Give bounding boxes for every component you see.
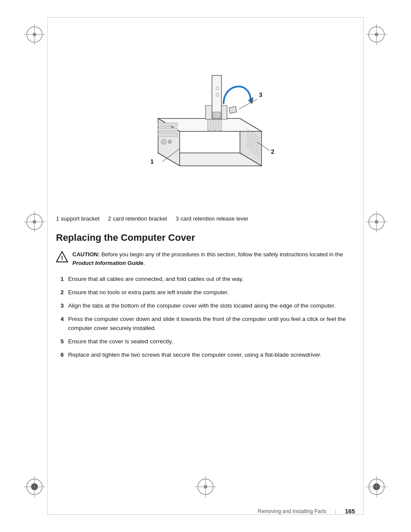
diagram-area: 1 2 3 bbox=[56, 69, 355, 207]
step-2: 2 Ensure that no tools or extra parts ar… bbox=[56, 288, 355, 297]
caution-main: Before you begin any of the procedures i… bbox=[100, 251, 343, 258]
reg-mark-top-right bbox=[366, 24, 387, 45]
caution-icon: ! bbox=[56, 251, 68, 264]
step-4-text: Press the computer cover down and slide … bbox=[68, 315, 355, 333]
reg-mark-bottom-left bbox=[24, 476, 45, 498]
step-6-num: 6 bbox=[56, 351, 64, 360]
steps-list: 1 Ensure that all cables are connected, … bbox=[56, 275, 355, 359]
step-1-text: Ensure that all cables are connected, an… bbox=[68, 275, 355, 284]
step-2-text: Ensure that no tools or extra parts are … bbox=[68, 288, 355, 297]
step-6: 6 Replace and tighten the two screws tha… bbox=[56, 351, 355, 360]
svg-point-38 bbox=[161, 139, 166, 144]
step-3: 3 Align the tabs at the bottom of the co… bbox=[56, 302, 355, 311]
step-3-num: 3 bbox=[56, 302, 64, 311]
svg-text:3: 3 bbox=[259, 91, 262, 98]
svg-rect-40 bbox=[208, 119, 211, 131]
reg-mark-mid-left bbox=[24, 211, 45, 233]
label-2-num: 2 bbox=[108, 215, 111, 222]
label-1-num: 1 bbox=[56, 215, 59, 222]
svg-rect-36 bbox=[158, 128, 177, 131]
section-heading: Replacing the Computer Cover bbox=[56, 232, 355, 243]
svg-line-48 bbox=[239, 99, 257, 109]
computer-diagram: 1 2 3 bbox=[124, 69, 287, 207]
svg-rect-41 bbox=[213, 119, 216, 131]
svg-text:!: ! bbox=[61, 255, 63, 261]
caution-text: CAUTION: Before you begin any of the pro… bbox=[72, 250, 355, 267]
svg-rect-44 bbox=[213, 112, 221, 118]
reg-mark-mid-right bbox=[366, 211, 387, 233]
reg-mark-bottom-mid bbox=[195, 476, 216, 498]
step-5: 5 Ensure that the cover is seated correc… bbox=[56, 337, 355, 346]
svg-text:1: 1 bbox=[150, 158, 154, 165]
reg-mark-bottom-right bbox=[366, 476, 387, 498]
step-4: 4 Press the computer cover down and slid… bbox=[56, 315, 355, 333]
caution-suffix: . bbox=[143, 260, 145, 266]
svg-text:2: 2 bbox=[271, 148, 274, 155]
label-1: 1 support bracket bbox=[56, 215, 100, 222]
label-2: 2 card retention bracket bbox=[108, 215, 167, 222]
label-3-text: card retention release lever bbox=[181, 215, 249, 222]
caution-guide: Product Information Guide bbox=[72, 260, 143, 266]
border-left bbox=[47, 17, 48, 515]
border-right bbox=[363, 17, 364, 515]
diagram-labels: 1 support bracket 2 card retention brack… bbox=[56, 215, 355, 222]
footer-page-number: 165 bbox=[345, 508, 355, 515]
label-2-text: card retention bracket bbox=[113, 215, 167, 222]
step-6-text: Replace and tighten the two screws that … bbox=[68, 351, 355, 360]
step-3-text: Align the tabs at the bottom of the comp… bbox=[68, 302, 355, 311]
footer-section-name: Removing and Installing Parts bbox=[258, 508, 326, 514]
reg-mark-top-left bbox=[24, 24, 45, 45]
step-2-num: 2 bbox=[56, 288, 64, 297]
caution-label: CAUTION: bbox=[72, 251, 100, 258]
label-3: 3 card retention release lever bbox=[176, 215, 249, 222]
step-1-num: 1 bbox=[56, 275, 64, 284]
svg-rect-42 bbox=[218, 119, 221, 131]
page-footer: Removing and Installing Parts | 165 bbox=[56, 508, 355, 515]
step-5-text: Ensure that the cover is seated correctl… bbox=[68, 337, 355, 346]
step-5-num: 5 bbox=[56, 337, 64, 346]
step-4-num: 4 bbox=[56, 315, 64, 324]
label-1-text: support bracket bbox=[61, 215, 100, 222]
page-content: 1 2 3 1 support bracket 2 card retention… bbox=[56, 69, 355, 476]
svg-rect-35 bbox=[158, 123, 177, 126]
svg-point-39 bbox=[168, 140, 171, 143]
svg-rect-37 bbox=[158, 133, 177, 137]
label-3-num: 3 bbox=[176, 215, 179, 222]
step-1: 1 Ensure that all cables are connected, … bbox=[56, 275, 355, 284]
border-top bbox=[47, 17, 364, 18]
caution-box: ! CAUTION: Before you begin any of the p… bbox=[56, 250, 355, 267]
footer-separator: | bbox=[335, 508, 336, 514]
